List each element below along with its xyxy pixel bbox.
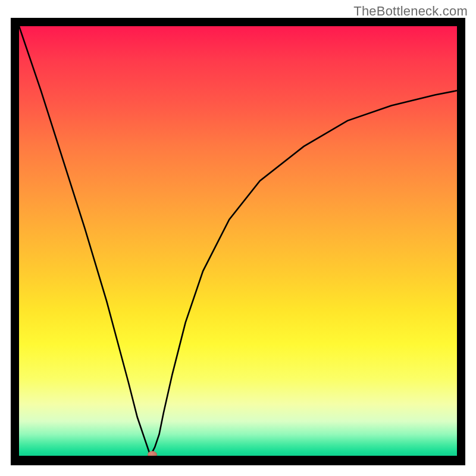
bottleneck-curve bbox=[19, 26, 457, 456]
chart-container: TheBottleneck.com bbox=[0, 0, 476, 476]
curve-path bbox=[19, 26, 457, 456]
watermark-text: TheBottleneck.com bbox=[353, 4, 468, 19]
plot-frame bbox=[11, 18, 465, 465]
optimum-marker bbox=[148, 451, 157, 458]
